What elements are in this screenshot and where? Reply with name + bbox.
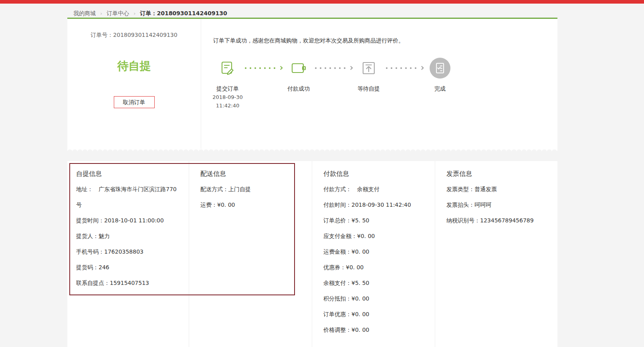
top-red-bar xyxy=(0,0,644,4)
breadcrumb: 我的商城 › 订单中心 › 订单：201809301142409130 xyxy=(0,4,644,18)
order-status-text: 待自提 xyxy=(67,58,201,74)
info-row-shipping-fee: 运费：¥0. 00 xyxy=(200,197,304,213)
info-row-order-discount: 订单优惠：¥0. 00 xyxy=(323,307,427,322)
info-row-pickup-time: 提货时间：2018-10-01 11:00:00 xyxy=(76,213,180,228)
order-summary-panel: 订单号：201809301142409130 待自提 取消订单 xyxy=(67,19,201,149)
step-label: 提交订单 xyxy=(200,84,256,93)
info-row-freight-amount: 运费金额：¥0. 00 xyxy=(323,244,427,260)
info-row-invoice-type: 发票类型：普通发票 xyxy=(446,182,549,197)
section-title: 付款信息 xyxy=(323,166,427,182)
breadcrumb-separator-icon: › xyxy=(133,10,135,16)
step-payment-success: 付款成功 xyxy=(271,57,327,93)
info-row-pickup-person: 提货人：魅力 xyxy=(76,228,180,244)
section-title: 自提信息 xyxy=(76,166,180,182)
breadcrumb-current-order: 订单：201809301142409130 xyxy=(140,10,227,17)
step-time: 11:42:40 xyxy=(200,101,256,110)
pickup-info-section: 自提信息 地址： 广东省珠海市斗门区滨江路770号 提货时间：2018-10-0… xyxy=(67,161,189,347)
delivery-info-section: 配送信息 配送方式：上门自提 运费：¥0. 00 xyxy=(189,161,312,347)
payment-info-section: 付款信息 付款方式： 余额支付 付款时间：2018-09-30 11:42:40… xyxy=(312,161,435,347)
info-row-invoice-title: 发票抬头：呵呵呵 xyxy=(446,197,549,213)
progress-steps: 提交订单 2018-09-30 11:42:40 付款成功 xyxy=(201,57,557,137)
info-row-pickup-code: 提货码：246 xyxy=(76,260,180,275)
info-row-payment-method: 付款方式： 余额支付 xyxy=(323,182,427,197)
invoice-info-section: 发票信息 发票类型：普通发票 发票抬头：呵呵呵 纳税识别号：1234567894… xyxy=(435,161,557,347)
step-label: 完成 xyxy=(412,84,468,93)
order-status-card: 订单号：201809301142409130 待自提 取消订单 订单下单成功，感… xyxy=(67,19,557,149)
info-row-amount-due: 应支付金额：¥0. 00 xyxy=(323,228,427,244)
info-row-address: 地址： 广东省珠海市斗门区滨江路770号 xyxy=(76,182,180,213)
info-row-pickup-contact: 联系自提点：15915407513 xyxy=(76,275,180,291)
breadcrumb-separator-icon: › xyxy=(100,10,102,16)
step-waiting-pickup: 等待自提 xyxy=(341,57,397,93)
section-title: 配送信息 xyxy=(200,166,304,182)
step-submit-order: 提交订单 2018-09-30 11:42:40 xyxy=(200,57,256,110)
info-row-tax-id: 纳税识别号：123456789456789 xyxy=(446,213,549,228)
info-row-balance-paid: 余额支付：¥5. 50 xyxy=(323,275,427,291)
cancel-order-button[interactable]: 取消订单 xyxy=(114,96,155,108)
order-success-message: 订单下单成功，感谢您在商城购物，欢迎您对本次交易及所购商品进行评价。 xyxy=(213,36,404,44)
info-row-points-deduction: 积分抵扣：¥0. 00 xyxy=(323,291,427,307)
info-row-payment-time: 付款时间：2018-09-30 11:42:40 xyxy=(323,197,427,213)
order-progress-panel: 订单下单成功，感谢您在商城购物，欢迎您对本次交易及所购商品进行评价。 提交订单 … xyxy=(201,19,557,149)
section-title: 发票信息 xyxy=(446,166,549,182)
breadcrumb-link-order-center[interactable]: 订单中心 xyxy=(107,10,129,17)
info-row-phone: 手机号码：17620358803 xyxy=(76,244,180,260)
info-row-coupon: 优惠券：¥0. 00 xyxy=(323,260,427,275)
order-info-card: 自提信息 地址： 广东省珠海市斗门区滨江路770号 提货时间：2018-10-0… xyxy=(67,161,557,347)
receipt-scallop-edge xyxy=(67,149,557,152)
step-label: 等待自提 xyxy=(341,84,397,93)
complete-receipt-circle-icon xyxy=(412,57,468,79)
step-label: 付款成功 xyxy=(271,84,327,93)
info-row-delivery-method: 配送方式：上门自提 xyxy=(200,182,304,197)
info-row-order-total: 订单总价：¥5. 50 xyxy=(323,213,427,228)
step-date: 2018-09-30 xyxy=(200,93,256,101)
info-row-price-adjustment: 价格调整：¥0. 00 xyxy=(323,322,427,338)
order-number: 订单号：201809301142409130 xyxy=(67,31,201,39)
step-complete: 完成 xyxy=(412,57,468,93)
breadcrumb-link-my-mall[interactable]: 我的商城 xyxy=(73,10,96,17)
